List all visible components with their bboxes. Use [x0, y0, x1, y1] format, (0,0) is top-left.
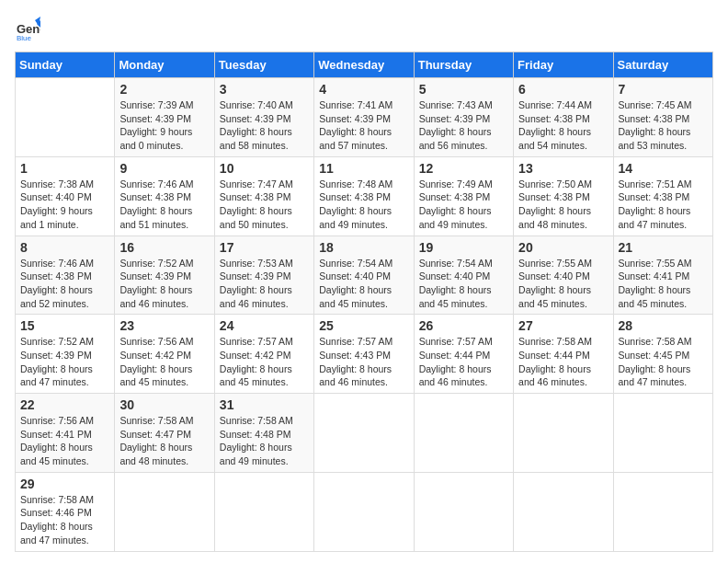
day-info: Sunrise: 7:55 AM Sunset: 4:40 PM Dayligh… — [518, 257, 608, 311]
day-number: 14 — [619, 161, 708, 176]
calendar-week-row: 29Sunrise: 7:58 AM Sunset: 4:46 PM Dayli… — [16, 472, 713, 551]
svg-text:Blue: Blue — [17, 34, 32, 40]
calendar-cell — [514, 472, 613, 551]
day-info: Sunrise: 7:45 AM Sunset: 4:38 PM Dayligh… — [619, 98, 708, 153]
calendar-cell — [414, 394, 513, 473]
calendar-cell: 8Sunrise: 7:46 AM Sunset: 4:38 PM Daylig… — [16, 236, 115, 315]
calendar-cell: 22Sunrise: 7:56 AM Sunset: 4:41 PM Dayli… — [16, 394, 115, 473]
calendar-cell: 30Sunrise: 7:58 AM Sunset: 4:47 PM Dayli… — [115, 394, 214, 473]
day-number: 30 — [119, 397, 209, 412]
day-info: Sunrise: 7:57 AM Sunset: 4:44 PM Dayligh… — [419, 335, 508, 389]
day-number: 23 — [119, 318, 209, 333]
day-info: Sunrise: 7:48 AM Sunset: 4:38 PM Dayligh… — [319, 178, 408, 232]
calendar-week-row: 8Sunrise: 7:46 AM Sunset: 4:38 PM Daylig… — [16, 236, 713, 315]
calendar-cell: 18Sunrise: 7:54 AM Sunset: 4:40 PM Dayli… — [314, 236, 414, 315]
calendar-cell: 2Sunrise: 7:39 AM Sunset: 4:39 PM Daylig… — [115, 78, 214, 157]
day-info: Sunrise: 7:58 AM Sunset: 4:46 PM Dayligh… — [20, 493, 109, 547]
day-info: Sunrise: 7:58 AM Sunset: 4:45 PM Dayligh… — [619, 335, 708, 389]
day-number: 27 — [518, 318, 608, 333]
day-number: 4 — [319, 82, 408, 97]
calendar-cell — [314, 472, 414, 551]
calendar-cell — [115, 472, 214, 551]
logo-icon: General Blue — [15, 15, 40, 40]
day-number: 12 — [419, 161, 508, 176]
weekday-row: SundayMondayTuesdayWednesdayThursdayFrid… — [16, 52, 713, 78]
calendar-cell: 24Sunrise: 7:57 AM Sunset: 4:42 PM Dayli… — [214, 315, 313, 394]
day-number: 11 — [319, 161, 408, 176]
day-number: 26 — [419, 318, 508, 333]
day-info: Sunrise: 7:54 AM Sunset: 4:40 PM Dayligh… — [319, 257, 408, 311]
calendar-cell: 28Sunrise: 7:58 AM Sunset: 4:45 PM Dayli… — [613, 315, 712, 394]
calendar-body: 2Sunrise: 7:39 AM Sunset: 4:39 PM Daylig… — [16, 78, 713, 552]
day-number: 6 — [518, 82, 608, 97]
day-number: 25 — [319, 318, 408, 333]
calendar-cell: 23Sunrise: 7:56 AM Sunset: 4:42 PM Dayli… — [115, 315, 214, 394]
calendar-cell: 15Sunrise: 7:52 AM Sunset: 4:39 PM Dayli… — [16, 315, 115, 394]
day-info: Sunrise: 7:52 AM Sunset: 4:39 PM Dayligh… — [119, 257, 209, 311]
calendar-week-row: 22Sunrise: 7:56 AM Sunset: 4:41 PM Dayli… — [16, 394, 713, 473]
day-number: 7 — [619, 82, 708, 97]
day-info: Sunrise: 7:40 AM Sunset: 4:39 PM Dayligh… — [220, 98, 309, 153]
calendar-cell: 9Sunrise: 7:46 AM Sunset: 4:38 PM Daylig… — [115, 156, 214, 236]
day-info: Sunrise: 7:38 AM Sunset: 4:40 PM Dayligh… — [20, 178, 109, 232]
weekday-header: Sunday — [16, 52, 115, 78]
header: General Blue — [15, 15, 713, 40]
day-number: 13 — [518, 161, 608, 176]
day-number: 19 — [419, 240, 508, 255]
calendar-cell: 20Sunrise: 7:55 AM Sunset: 4:40 PM Dayli… — [514, 236, 613, 315]
calendar-week-row: 15Sunrise: 7:52 AM Sunset: 4:39 PM Dayli… — [16, 315, 713, 394]
day-number: 2 — [119, 82, 209, 97]
day-number: 8 — [20, 240, 109, 255]
day-number: 10 — [220, 161, 309, 176]
calendar-cell: 5Sunrise: 7:43 AM Sunset: 4:39 PM Daylig… — [414, 78, 513, 157]
calendar-cell: 19Sunrise: 7:54 AM Sunset: 4:40 PM Dayli… — [414, 236, 513, 315]
day-info: Sunrise: 7:58 AM Sunset: 4:47 PM Dayligh… — [119, 414, 209, 468]
calendar-cell: 14Sunrise: 7:51 AM Sunset: 4:38 PM Dayli… — [613, 156, 712, 236]
calendar-cell: 25Sunrise: 7:57 AM Sunset: 4:43 PM Dayli… — [314, 315, 414, 394]
calendar-cell — [613, 394, 712, 473]
day-number: 29 — [20, 477, 109, 491]
calendar-cell: 26Sunrise: 7:57 AM Sunset: 4:44 PM Dayli… — [414, 315, 513, 394]
logo: General Blue — [15, 15, 44, 40]
calendar-cell: 1Sunrise: 7:38 AM Sunset: 4:40 PM Daylig… — [16, 156, 115, 236]
day-number: 18 — [319, 240, 408, 255]
weekday-header: Wednesday — [314, 52, 414, 78]
day-info: Sunrise: 7:58 AM Sunset: 4:48 PM Dayligh… — [220, 414, 309, 468]
calendar-cell — [414, 472, 513, 551]
day-info: Sunrise: 7:46 AM Sunset: 4:38 PM Dayligh… — [20, 257, 109, 311]
day-number: 21 — [619, 240, 708, 255]
day-number: 24 — [220, 318, 309, 333]
calendar-cell — [16, 78, 115, 157]
calendar-cell: 31Sunrise: 7:58 AM Sunset: 4:48 PM Dayli… — [214, 394, 313, 473]
calendar-cell: 29Sunrise: 7:58 AM Sunset: 4:46 PM Dayli… — [16, 472, 115, 551]
day-info: Sunrise: 7:53 AM Sunset: 4:39 PM Dayligh… — [220, 257, 309, 311]
day-info: Sunrise: 7:56 AM Sunset: 4:42 PM Dayligh… — [119, 335, 209, 389]
calendar-cell — [314, 394, 414, 473]
calendar-table: SundayMondayTuesdayWednesdayThursdayFrid… — [15, 52, 713, 552]
calendar-cell: 6Sunrise: 7:44 AM Sunset: 4:38 PM Daylig… — [514, 78, 613, 157]
calendar-cell: 3Sunrise: 7:40 AM Sunset: 4:39 PM Daylig… — [214, 78, 313, 157]
day-info: Sunrise: 7:41 AM Sunset: 4:39 PM Dayligh… — [319, 98, 408, 153]
day-number: 1 — [20, 161, 109, 176]
weekday-header: Tuesday — [214, 52, 313, 78]
weekday-header: Monday — [115, 52, 214, 78]
calendar-cell — [514, 394, 613, 473]
day-info: Sunrise: 7:39 AM Sunset: 4:39 PM Dayligh… — [119, 98, 209, 153]
day-info: Sunrise: 7:58 AM Sunset: 4:44 PM Dayligh… — [518, 335, 608, 389]
day-info: Sunrise: 7:51 AM Sunset: 4:38 PM Dayligh… — [619, 178, 708, 232]
calendar-week-row: 1Sunrise: 7:38 AM Sunset: 4:40 PM Daylig… — [16, 156, 713, 236]
day-number: 28 — [619, 318, 708, 333]
calendar-cell: 12Sunrise: 7:49 AM Sunset: 4:38 PM Dayli… — [414, 156, 513, 236]
day-number: 17 — [220, 240, 309, 255]
day-info: Sunrise: 7:54 AM Sunset: 4:40 PM Dayligh… — [419, 257, 508, 311]
day-info: Sunrise: 7:50 AM Sunset: 4:38 PM Dayligh… — [518, 178, 608, 232]
calendar-cell — [613, 472, 712, 551]
calendar-cell: 13Sunrise: 7:50 AM Sunset: 4:38 PM Dayli… — [514, 156, 613, 236]
calendar-cell: 17Sunrise: 7:53 AM Sunset: 4:39 PM Dayli… — [214, 236, 313, 315]
day-info: Sunrise: 7:57 AM Sunset: 4:43 PM Dayligh… — [319, 335, 408, 389]
day-info: Sunrise: 7:47 AM Sunset: 4:38 PM Dayligh… — [220, 178, 309, 232]
day-info: Sunrise: 7:56 AM Sunset: 4:41 PM Dayligh… — [20, 414, 109, 468]
day-info: Sunrise: 7:55 AM Sunset: 4:41 PM Dayligh… — [619, 257, 708, 311]
calendar-cell: 4Sunrise: 7:41 AM Sunset: 4:39 PM Daylig… — [314, 78, 414, 157]
calendar-week-row: 2Sunrise: 7:39 AM Sunset: 4:39 PM Daylig… — [16, 78, 713, 157]
